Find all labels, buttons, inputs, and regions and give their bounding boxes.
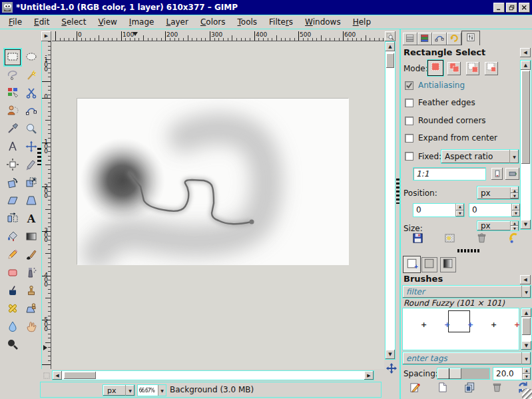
edit-brush-button[interactable] — [407, 381, 422, 396]
close-button[interactable] — [519, 3, 530, 13]
brush-tags-combobox[interactable]: enter tags ▼ — [402, 352, 531, 365]
panel-collapse-button[interactable]: ◀ — [520, 48, 531, 57]
spacing-slider-thumb[interactable] — [437, 368, 461, 379]
mode-replace-button[interactable] — [427, 60, 443, 76]
tool-paths[interactable] — [23, 103, 39, 119]
tool-free-select[interactable] — [5, 67, 21, 83]
window-resize-grip[interactable] — [522, 389, 532, 399]
brush-grid-scrollbar[interactable]: ▲ ▼ — [521, 308, 532, 350]
size-unit-combobox[interactable]: px ▲▼ — [477, 220, 519, 231]
tool-heal[interactable] — [5, 301, 21, 317]
scroll-right-button[interactable]: ▶ — [364, 371, 374, 380]
menu-item-filters[interactable]: Filters — [263, 15, 299, 29]
tool-color-picker[interactable] — [5, 121, 21, 137]
horizontal-scroll-thumb[interactable] — [64, 372, 96, 379]
delete-options-button[interactable] — [474, 232, 489, 246]
scroll-down-button[interactable]: ▼ — [521, 341, 531, 350]
rounded-corners-checkbox[interactable] — [405, 117, 413, 125]
tool-ink[interactable] — [5, 283, 21, 299]
restore-button[interactable] — [506, 3, 517, 13]
menu-item-image[interactable]: Image — [123, 15, 160, 29]
spacing-slider[interactable] — [437, 368, 490, 380]
spinner-arrows[interactable]: ▲▼ — [455, 204, 464, 216]
dock-tab-channels[interactable] — [417, 33, 432, 45]
unit-combobox[interactable]: px ▼ — [103, 384, 135, 396]
tool-measure[interactable] — [5, 139, 21, 155]
canvas-image[interactable] — [77, 98, 348, 264]
minimize-button[interactable] — [493, 3, 505, 13]
navigation-button[interactable] — [385, 362, 398, 375]
tool-ellipse-select[interactable] — [23, 49, 39, 65]
tool-bucket-fill[interactable] — [5, 229, 21, 245]
scroll-left-button[interactable]: ◀ — [53, 371, 62, 380]
ruler-menu-button[interactable]: ▶ — [41, 31, 51, 41]
tool-text[interactable]: A — [23, 211, 39, 227]
zoom-combobox[interactable]: 66.67% ▼ — [137, 384, 166, 396]
tool-dodge-burn[interactable] — [5, 337, 21, 353]
menu-item-layer[interactable]: Layer — [160, 15, 194, 29]
menu-item-windows[interactable]: Windows — [299, 15, 347, 29]
horizontal-scrollbar[interactable]: ◀ ▶ — [52, 370, 374, 380]
aspect-ratio-field[interactable]: 1:1 — [413, 167, 486, 181]
spinner-arrows[interactable]: ▲▼ — [511, 204, 520, 216]
antialiasing-checkbox[interactable] — [405, 81, 413, 90]
tool-paintbrush[interactable] — [23, 247, 39, 263]
horizontal-ruler[interactable]: 0100200300400500600 — [52, 31, 384, 41]
tool-perspective[interactable] — [23, 193, 39, 209]
spinner-arrows[interactable]: ▲▼ — [522, 368, 531, 380]
expand-from-center-checkbox[interactable] — [405, 134, 413, 143]
tool-scale[interactable] — [23, 175, 39, 191]
position-y-spinbox[interactable]: 0 ▲▼ — [469, 203, 521, 217]
scroll-down-button[interactable]: ▼ — [386, 350, 395, 359]
canvas-viewport[interactable] — [52, 41, 384, 369]
tool-perspective-clone[interactable] — [23, 301, 39, 317]
dock-tab-undo-history[interactable] — [447, 33, 461, 45]
restore-options-button[interactable] — [442, 232, 457, 246]
tool-zoom[interactable] — [23, 121, 39, 137]
save-options-button[interactable] — [410, 232, 425, 246]
quick-mask-toggle[interactable] — [41, 370, 51, 380]
spinner-arrows[interactable]: ▲▼ — [510, 188, 519, 199]
scroll-up-button[interactable]: ▲ — [386, 42, 395, 51]
spacing-spinbox[interactable]: 20.0 ▲▼ — [493, 367, 531, 380]
tool-align[interactable] — [5, 157, 21, 173]
scroll-down-button[interactable]: ▼ — [521, 220, 531, 229]
menu-item-select[interactable]: Select — [55, 15, 92, 29]
tool-clone[interactable] — [23, 283, 39, 299]
menu-item-view[interactable]: View — [92, 15, 123, 29]
mode-intersect-button[interactable] — [485, 62, 498, 75]
tool-scissors-select[interactable] — [23, 85, 39, 101]
dock-tab-layers[interactable] — [403, 33, 417, 45]
duplicate-brush-button[interactable] — [462, 381, 477, 396]
brush-item[interactable]: + — [467, 322, 473, 328]
tool-fuzzy-select[interactable] — [23, 67, 39, 83]
vertical-ruler[interactable]: -1000100200300400500 — [41, 41, 51, 369]
fixed-checkbox[interactable] — [405, 152, 413, 161]
feather-edges-checkbox[interactable] — [405, 99, 413, 107]
tool-gradient[interactable] — [23, 229, 39, 245]
tool-blur-sharpen[interactable] — [5, 319, 21, 335]
reset-options-button[interactable] — [506, 232, 521, 246]
tool-select-by-color[interactable] — [5, 85, 21, 101]
tool-airbrush[interactable] — [23, 265, 39, 281]
tool-smudge[interactable] — [23, 319, 39, 335]
scroll-up-button[interactable]: ▲ — [521, 308, 531, 317]
dockable-tab-gradients[interactable] — [440, 257, 456, 272]
mode-add-button[interactable] — [447, 62, 461, 75]
vertical-scroll-thumb[interactable] — [386, 53, 394, 68]
vertical-scrollbar[interactable]: ▲ ▼ — [385, 41, 396, 360]
brush-filter-combobox[interactable]: filter ▼ — [402, 285, 531, 298]
mode-subtract-button[interactable] — [466, 62, 479, 75]
dock-separator-handle[interactable] — [457, 249, 480, 252]
brush-item[interactable]: + — [444, 322, 450, 328]
dockable-tab-brushes[interactable]: + — [403, 256, 421, 273]
landscape-orientation-button[interactable] — [505, 168, 519, 180]
new-brush-button[interactable] — [435, 381, 449, 396]
dockable-tab-patterns[interactable] — [421, 257, 437, 272]
delete-brush-button[interactable] — [489, 381, 504, 396]
portrait-orientation-button[interactable] — [491, 168, 503, 180]
panel-collapse-button[interactable]: ◀ — [520, 275, 531, 284]
dock-tab-tool-options[interactable] — [461, 31, 480, 45]
options-scrollbar[interactable]: ▲ ▼ — [520, 60, 531, 230]
menu-item-colors[interactable]: Colors — [194, 15, 232, 29]
